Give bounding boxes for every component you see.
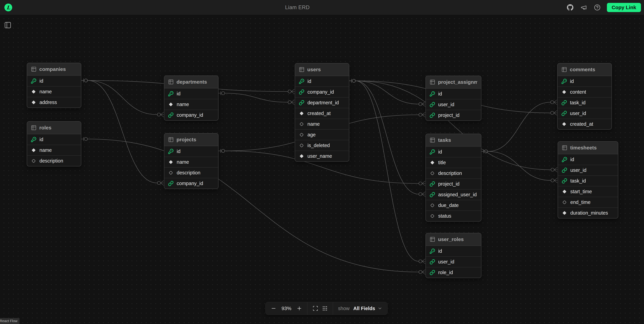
field-row-projects-company_id[interactable]: company_id	[164, 178, 218, 189]
field-row-users-age[interactable]: age	[295, 129, 349, 140]
table-header-comments[interactable]: comments	[558, 63, 612, 76]
table-header-user_roles[interactable]: user_roles	[426, 233, 481, 246]
field-row-comments-content[interactable]: content	[558, 87, 612, 97]
field-row-comments-id[interactable]: id	[558, 76, 612, 87]
table-node-projects[interactable]: projectsidnamedescriptioncompany_id	[164, 133, 218, 189]
field-name: user_name	[308, 153, 332, 159]
table-node-project_assignments[interactable]: project_assignme...iduser_idproject_id	[426, 76, 482, 121]
table-name: companies	[39, 66, 66, 72]
react-flow-attribution[interactable]: React Flow	[0, 318, 20, 324]
field-row-projects-description[interactable]: description	[164, 167, 218, 178]
field-row-timesheets-user_id[interactable]: user_id	[558, 165, 618, 176]
field-row-departments-company_id[interactable]: company_id	[164, 110, 218, 120]
field-row-projects-id[interactable]: id	[164, 146, 218, 156]
github-icon[interactable]	[566, 4, 574, 11]
field-row-tasks-project_id[interactable]: project_id	[426, 179, 481, 189]
key-icon	[562, 157, 567, 162]
field-row-tasks-description[interactable]: description	[426, 168, 481, 179]
field-row-tasks-title[interactable]: title	[426, 157, 481, 168]
field-row-companies-id[interactable]: id	[27, 75, 81, 86]
liam-logo-icon[interactable]: L	[4, 4, 12, 11]
field-name: id	[40, 78, 43, 84]
table-node-user_roles[interactable]: user_rolesiduser_idrole_id	[426, 233, 482, 278]
field-name: name	[308, 121, 320, 127]
table-name: users	[307, 67, 321, 72]
field-row-roles-name[interactable]: name	[27, 145, 81, 155]
filled-diamond-icon	[168, 159, 174, 165]
field-name: description	[177, 170, 200, 176]
link-icon	[561, 100, 567, 105]
field-row-users-is_deleted[interactable]: is_deleted	[295, 140, 349, 151]
table-node-users[interactable]: usersidcompany_iddepartment_idcreated_at…	[295, 63, 349, 162]
table-header-departments[interactable]: departments	[164, 76, 218, 88]
table-node-timesheets[interactable]: timesheetsiduser_idtask_idstart_timeend_…	[558, 141, 618, 219]
field-row-users-user_name[interactable]: user_name	[295, 151, 349, 161]
table-node-departments[interactable]: departmentsidnamecompany_id	[164, 75, 218, 121]
table-header-projects[interactable]: projects	[164, 133, 218, 146]
field-row-timesheets-end_time[interactable]: end_time	[558, 197, 618, 208]
megaphone-icon[interactable]	[580, 4, 588, 11]
field-row-projects-name[interactable]: name	[164, 156, 218, 167]
table-header-timesheets[interactable]: timesheets	[558, 142, 618, 154]
field-row-tasks-assigned_user_id[interactable]: assigned_user_id	[426, 189, 481, 200]
field-name: title	[438, 160, 446, 166]
field-row-timesheets-id[interactable]: id	[558, 154, 618, 165]
zoom-in-button[interactable]	[296, 305, 302, 311]
field-row-user_roles-role_id[interactable]: role_id	[426, 267, 481, 278]
table-node-roles[interactable]: rolesidnamedescription	[27, 121, 81, 167]
field-name: department_id	[308, 100, 339, 105]
chevron-down-icon	[378, 306, 382, 311]
table-node-companies[interactable]: companiesidnameaddress	[27, 63, 81, 108]
field-name: id	[177, 148, 180, 154]
field-row-user_roles-id[interactable]: id	[426, 246, 481, 256]
field-row-companies-name[interactable]: name	[27, 86, 81, 97]
field-row-users-created_at[interactable]: created_at	[295, 108, 349, 119]
tidy-up-button[interactable]	[322, 305, 328, 311]
field-row-departments-id[interactable]: id	[164, 88, 218, 99]
field-row-tasks-due_date[interactable]: due_date	[426, 200, 481, 211]
copy-link-button[interactable]: Copy Link	[607, 3, 641, 12]
field-row-users-department_id[interactable]: department_id	[295, 97, 349, 108]
field-row-project_assignments-project_id[interactable]: project_id	[426, 110, 481, 120]
field-row-timesheets-duration_minutes[interactable]: duration_minutes	[558, 208, 618, 218]
table-icon	[430, 137, 435, 143]
field-row-user_roles-user_id[interactable]: user_id	[426, 256, 481, 267]
table-header-companies[interactable]: companies	[27, 63, 81, 75]
table-header-tasks[interactable]: tasks	[426, 134, 481, 146]
table-node-comments[interactable]: commentsidcontenttask_iduser_idcreated_a…	[557, 63, 612, 130]
table-header-project_assignments[interactable]: project_assignme...	[426, 76, 481, 88]
link-icon	[299, 100, 304, 105]
field-name: due_date	[438, 203, 459, 208]
field-row-users-company_id[interactable]: company_id	[295, 87, 349, 97]
field-row-project_assignments-id[interactable]: id	[426, 88, 481, 99]
field-row-users-id[interactable]: id	[295, 76, 349, 87]
table-header-users[interactable]: users	[295, 63, 349, 76]
field-row-comments-task_id[interactable]: task_id	[558, 97, 612, 108]
link-icon	[562, 178, 567, 184]
field-row-comments-created_at[interactable]: created_at	[558, 119, 612, 129]
help-circle-icon[interactable]	[593, 4, 601, 11]
table-node-tasks[interactable]: tasksidtitledescriptionproject_idassigne…	[426, 134, 482, 222]
show-label: show	[338, 306, 350, 311]
field-row-tasks-id[interactable]: id	[426, 146, 481, 157]
field-row-departments-name[interactable]: name	[164, 99, 218, 110]
outline-diamond-icon	[168, 170, 174, 176]
zoom-out-button[interactable]	[271, 305, 276, 311]
field-row-comments-user_id[interactable]: user_id	[558, 108, 612, 119]
key-icon	[430, 149, 435, 155]
field-row-companies-address[interactable]: address	[27, 97, 81, 108]
field-name: id	[570, 79, 574, 84]
fit-view-button[interactable]	[312, 305, 318, 311]
show-fields-dropdown[interactable]: All Fields	[353, 306, 382, 311]
table-icon	[168, 137, 174, 142]
field-row-users-name[interactable]: name	[295, 119, 349, 129]
field-row-tasks-status[interactable]: status	[426, 211, 481, 221]
field-row-roles-description[interactable]: description	[27, 155, 81, 166]
erd-canvas[interactable]: companiesidnameaddressrolesidnamedescrip…	[0, 15, 644, 324]
field-row-timesheets-start_time[interactable]: start_time	[558, 186, 618, 197]
field-row-roles-id[interactable]: id	[27, 134, 81, 145]
field-name: project_id	[438, 112, 460, 118]
table-header-roles[interactable]: roles	[27, 122, 81, 134]
field-row-project_assignments-user_id[interactable]: user_id	[426, 99, 481, 110]
field-row-timesheets-task_id[interactable]: task_id	[558, 176, 618, 186]
